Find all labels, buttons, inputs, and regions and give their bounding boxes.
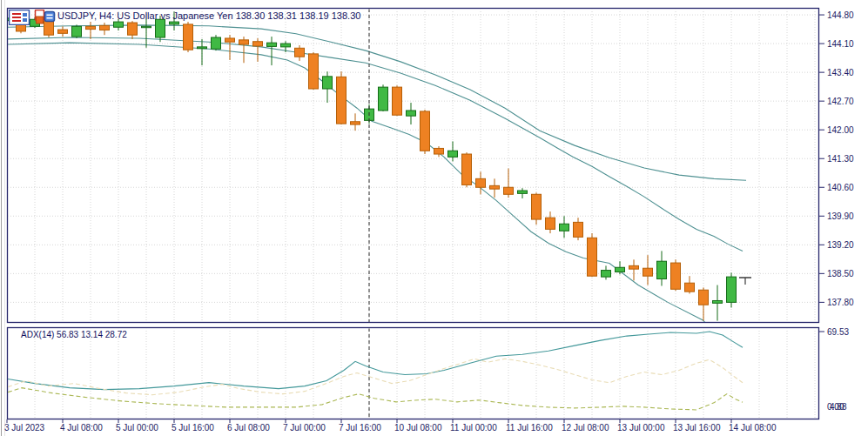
time-axis-label: 14 Jul 08:00 <box>729 423 777 433</box>
candle-body <box>671 263 681 289</box>
candle-body <box>407 111 416 116</box>
time-axis-label: 7 Jul 00:00 <box>283 423 326 433</box>
candle-body <box>643 268 653 276</box>
time-axis-label: 3 Jul 2023 <box>4 423 45 433</box>
time-axis-label: 4 Jul 08:00 <box>60 423 103 433</box>
candle-body <box>560 224 569 231</box>
candle-body <box>657 261 667 278</box>
time-axis-label: 5 Jul 16:00 <box>172 423 214 433</box>
time-axis: 3 Jul 20234 Jul 08:005 Jul 00:005 Jul 16… <box>4 419 777 433</box>
candle-body <box>490 185 500 189</box>
candle-body <box>184 24 193 50</box>
adx-axis-min-label: 0.00 4.88 <box>827 402 862 414</box>
time-axis-label: 12 Jul 08:00 <box>562 423 609 433</box>
candle-body <box>156 19 165 37</box>
candle-body <box>574 222 583 237</box>
candle-body <box>448 151 458 157</box>
candle-body <box>421 111 430 151</box>
time-axis-label: 5 Jul 00:00 <box>116 423 158 433</box>
time-axis-label: 6 Jul 08:00 <box>227 423 270 433</box>
candle-body <box>616 267 625 272</box>
time-axis-label: 13 Jul 00:00 <box>617 423 665 433</box>
candle-body <box>602 271 611 278</box>
candle-body <box>323 77 333 89</box>
candle-body <box>100 25 110 30</box>
price-axis-label: 144.10 <box>827 39 854 49</box>
candle-body <box>685 283 695 292</box>
candle-body <box>309 54 319 89</box>
candle-body <box>114 22 124 27</box>
candle-body <box>58 30 68 33</box>
price-axis-label: 144.80 <box>827 10 854 20</box>
main-panel[interactable] <box>8 9 819 323</box>
candle-body <box>351 122 360 124</box>
candle-body <box>86 26 96 29</box>
candle-body <box>281 44 291 47</box>
candle-body <box>212 37 221 49</box>
adx-indicator-label: ADX(14) 56.83 13.14 28.72 <box>21 330 127 339</box>
candle-body <box>337 77 347 124</box>
time-axis-label: 11 Jul 16:00 <box>506 423 553 433</box>
candle-body <box>267 43 277 46</box>
candle-body <box>462 154 472 184</box>
candle-body <box>295 48 305 57</box>
candle-body <box>239 40 249 44</box>
candle-body <box>225 38 235 42</box>
price-axis-label: 142.70 <box>827 97 854 106</box>
candle-body <box>629 265 639 269</box>
tick-list-icon <box>10 10 30 25</box>
bar-chart-icon <box>36 10 55 24</box>
price-axis-label: 137.80 <box>827 298 854 307</box>
candle-body <box>379 87 388 111</box>
candle-body <box>142 26 151 27</box>
time-axis-label: 13 Jul 16:00 <box>673 423 721 433</box>
candle-body <box>727 277 737 302</box>
candle-body <box>699 290 709 305</box>
price-axis-label: 143.40 <box>827 68 854 77</box>
candle-body <box>253 42 263 46</box>
price-axis-label: 141.30 <box>827 154 854 164</box>
adx-axis-min-value-overlap: 4.88 <box>830 402 846 412</box>
candle-body <box>588 238 597 276</box>
candle-body <box>170 22 179 24</box>
candle-body <box>518 191 528 193</box>
candle-body <box>198 47 207 49</box>
icons-canvas <box>9 10 56 25</box>
candle-body <box>393 87 402 115</box>
chart-corner-icons <box>9 10 56 25</box>
trading-chart-window: 144.80144.10143.40142.70142.00141.30140.… <box>0 0 868 436</box>
candle-body <box>546 218 555 229</box>
candle-body <box>128 23 138 35</box>
candle-body <box>532 194 542 219</box>
adx-panel[interactable] <box>8 328 819 419</box>
chart-canvas[interactable]: 144.80144.10143.40142.70142.00141.30140.… <box>0 0 868 436</box>
time-axis-label: 11 Jul 00:00 <box>450 423 497 433</box>
price-axis-label: 139.20 <box>827 240 854 250</box>
price-axis-label: 142.00 <box>827 125 854 135</box>
chart-title: USDJPY, H4: US Dollar vs Japanese Yen 13… <box>57 10 360 21</box>
price-axis-label: 140.60 <box>827 183 854 192</box>
price-axis-label: 138.50 <box>827 269 854 278</box>
time-axis-label: 7 Jul 16:00 <box>339 423 381 433</box>
adx-axis-max-label: 69.53 <box>827 327 849 337</box>
time-axis-label: 10 Jul 08:00 <box>394 423 442 433</box>
candle-body <box>504 187 514 194</box>
candle-body <box>434 148 444 154</box>
candle-body <box>72 26 82 37</box>
price-axis: 144.80144.10143.40142.70142.00141.30140.… <box>819 10 854 332</box>
candle-body <box>713 300 723 303</box>
price-axis-label: 139.90 <box>827 211 854 221</box>
candle-body <box>476 178 486 187</box>
